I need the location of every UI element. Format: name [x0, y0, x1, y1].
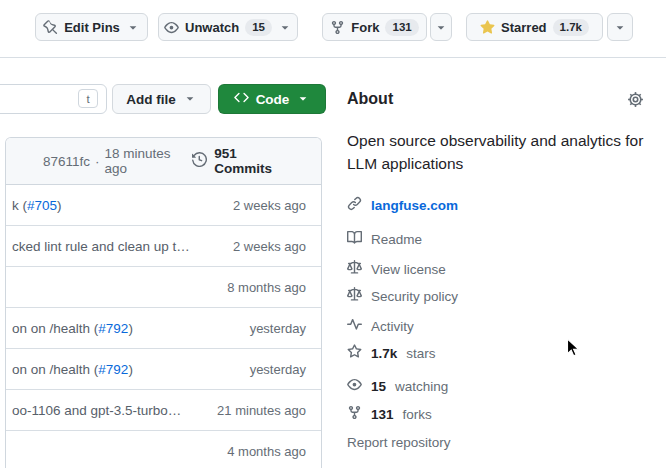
caret-down-icon [434, 20, 448, 34]
pr-link[interactable]: #792 [98, 321, 128, 336]
law-icon [347, 287, 362, 305]
star-icon [480, 20, 495, 35]
readme-label: Readme [371, 232, 422, 247]
book-icon [347, 230, 362, 248]
fork-count-badge: 131 [385, 19, 418, 36]
pr-link[interactable]: #792 [98, 362, 128, 377]
commit-message: k (#705) [12, 198, 62, 213]
website-label: langfuse.com [371, 198, 458, 213]
website-link[interactable]: langfuse.com [347, 196, 458, 214]
goto-file-box: t [0, 84, 107, 114]
commit-message: on on /health (#792) [12, 321, 133, 336]
about-title: About [347, 90, 393, 108]
edit-pins-label: Edit Pins [64, 20, 120, 35]
repo-description: Open source observability and analytics … [347, 129, 653, 175]
starred-button[interactable]: Starred 1.7k [466, 13, 603, 41]
watching-label: watching [395, 379, 448, 394]
unwatch-label: Unwatch [185, 20, 239, 35]
key-hint-t: t [78, 89, 98, 108]
repo-fork-icon [330, 20, 345, 35]
commit-date: 2 weeks ago [233, 198, 306, 213]
commit-row[interactable]: on on /health (#792) yesterday [6, 308, 321, 349]
latest-commit-hash[interactable]: 87611fc [43, 154, 90, 169]
caret-down-icon [296, 91, 310, 108]
repo-page: Edit Pins Unwatch 15 Fork 131 Starred 1.… [0, 0, 666, 468]
latest-commit-time: 18 minutes ago [105, 146, 193, 176]
security-policy-label: Security policy [371, 289, 458, 304]
latest-commit-bar: 87611fc · 18 minutes ago 951 Commits [6, 138, 321, 185]
commit-date: 21 minutes ago [217, 403, 306, 418]
pr-link[interactable]: #705 [27, 198, 57, 213]
caret-down-icon [278, 20, 292, 34]
dot-separator: · [95, 154, 100, 169]
commit-message: cked lint rule and clean up t… [12, 239, 190, 254]
code-label: Code [256, 92, 290, 107]
activity-label: Activity [371, 319, 414, 334]
forks-stat[interactable]: 131 forks [347, 405, 432, 423]
caret-down-icon [126, 20, 140, 34]
mouse-cursor [566, 338, 580, 362]
repo-fork-icon [347, 405, 362, 423]
eye-icon [347, 377, 362, 395]
commit-date: 2 weeks ago [233, 239, 306, 254]
fork-label: Fork [351, 20, 379, 35]
commit-row[interactable]: 8 months ago [6, 267, 321, 308]
watch-count-badge: 15 [245, 19, 272, 36]
code-icon [234, 90, 249, 108]
watching-count: 15 [371, 379, 386, 394]
fork-button[interactable]: Fork 131 [322, 13, 427, 41]
forks-label: forks [403, 407, 432, 422]
commit-message: on on /health (#792) [12, 362, 133, 377]
commit-row[interactable]: k (#705) 2 weeks ago [6, 185, 321, 226]
link-icon [347, 196, 362, 214]
header-divider [0, 57, 666, 58]
caret-down-icon [183, 91, 197, 108]
license-label: View license [371, 262, 446, 277]
commit-row[interactable]: cked lint rule and clean up t… 2 weeks a… [6, 226, 321, 267]
starred-dropdown-button[interactable] [607, 13, 633, 41]
star-outline-icon [347, 344, 362, 362]
activity-link[interactable]: Activity [347, 317, 414, 335]
code-button[interactable]: Code [218, 84, 326, 114]
watching-stat[interactable]: 15 watching [347, 377, 448, 395]
report-repository-link[interactable]: Report repository [347, 435, 451, 450]
history-icon [192, 152, 207, 170]
gear-icon[interactable] [627, 91, 644, 112]
add-file-button[interactable]: Add file [112, 84, 211, 114]
commits-panel: 87611fc · 18 minutes ago 951 Commits k (… [5, 137, 322, 468]
stars-stat[interactable]: 1.7k stars [347, 344, 436, 362]
stars-count: 1.7k [371, 346, 397, 361]
commit-date: yesterday [250, 321, 306, 336]
add-file-label: Add file [126, 92, 176, 107]
law-icon [347, 260, 362, 278]
stars-label: stars [406, 346, 435, 361]
fork-dropdown-button[interactable] [430, 13, 452, 41]
commit-row[interactable]: on on /health (#792) yesterday [6, 349, 321, 390]
pulse-icon [347, 317, 362, 335]
commit-date: 8 months ago [227, 280, 306, 295]
readme-link[interactable]: Readme [347, 230, 422, 248]
commit-date: 4 months ago [227, 444, 306, 459]
commit-row[interactable]: oo-1106 and gpt-3.5-turbo… 21 minutes ag… [6, 390, 321, 431]
commit-message: oo-1106 and gpt-3.5-turbo… [12, 403, 181, 418]
caret-down-icon [613, 20, 627, 34]
goto-file-input[interactable] [0, 88, 75, 112]
commits-count-label: 951 Commits [214, 146, 295, 176]
forks-count: 131 [371, 407, 394, 422]
star-count-badge: 1.7k [553, 19, 589, 36]
unwatch-button[interactable]: Unwatch 15 [158, 13, 298, 41]
edit-pins-button[interactable]: Edit Pins [35, 13, 148, 41]
license-link[interactable]: View license [347, 260, 446, 278]
commit-date: yesterday [250, 362, 306, 377]
starred-label: Starred [501, 20, 547, 35]
security-policy-link[interactable]: Security policy [347, 287, 458, 305]
pin-icon [43, 20, 58, 35]
eye-icon [164, 20, 179, 35]
commit-row[interactable]: 4 months ago [6, 431, 321, 468]
commit-history-link[interactable]: 951 Commits [192, 146, 295, 176]
